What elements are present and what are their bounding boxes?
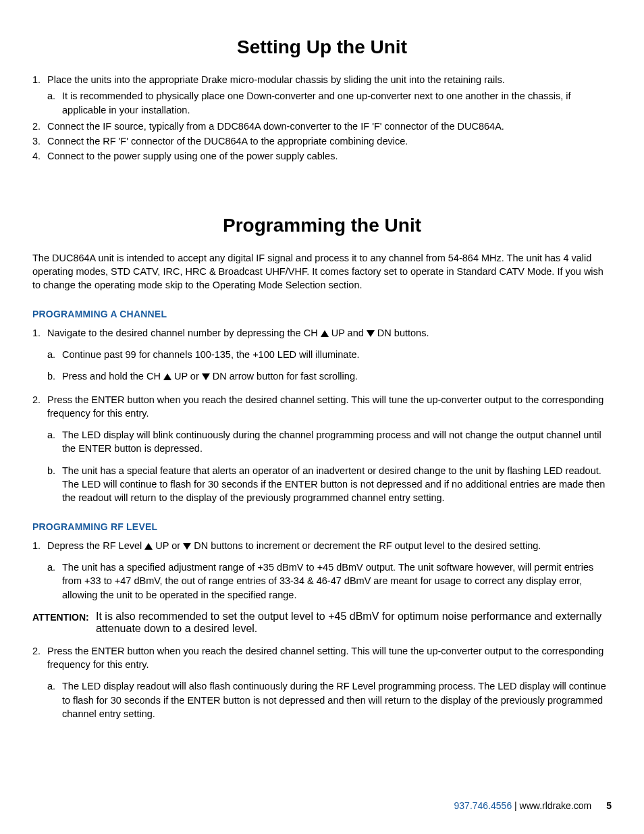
setup-item-1a: It is recommended to physically place on…: [47, 89, 612, 117]
rf-item-1-part-b: UP or: [153, 540, 183, 551]
rf-item-1-part-a: Depress the RF Level: [47, 540, 144, 551]
channel-item-2-sublist: The LED display will blink continuously …: [47, 428, 612, 504]
channel-list: Navigate to the desired channel number b…: [32, 326, 612, 505]
channel-item-1: Navigate to the desired channel number b…: [32, 326, 612, 384]
rf-item-1-sublist: The unit has a specified adjustment rang…: [47, 561, 612, 602]
subhead-programming-channel: PROGRAMMING A CHANNEL: [32, 309, 612, 319]
setup-item-4: Connect to the power supply using one of…: [32, 149, 612, 163]
channel-item-1a: Continue past 99 for channels 100-135, t…: [47, 348, 612, 361]
footer-sep: |: [512, 800, 519, 811]
rf-item-2-text: Press the ENTER button when you reach th…: [47, 646, 603, 670]
triangle-up-icon: [321, 330, 329, 337]
footer-phone: 937.746.4556: [454, 800, 512, 811]
footer-url: www.rldrake.com: [520, 800, 592, 811]
setup-item-3: Connect the RF 'F' connector of the DUC8…: [32, 134, 612, 148]
channel-item-1b-part-c: DN arrow button for fast scrolling.: [210, 371, 358, 382]
attention-label: ATTENTION:: [32, 612, 89, 623]
channel-item-1-sublist: Continue past 99 for channels 100-135, t…: [47, 348, 612, 384]
rf-item-2a: The LED display readout will also flash …: [47, 679, 612, 721]
setup-list: Place the units into the appropriate Dra…: [32, 73, 612, 163]
programming-intro: The DUC864A unit is intended to accept a…: [32, 251, 612, 292]
channel-item-1b: Press and hold the CH UP or DN arrow but…: [47, 369, 612, 383]
attention-block: ATTENTION: It is also recommended to set…: [32, 611, 612, 635]
heading-setting-up: Setting Up the Unit: [32, 36, 612, 58]
triangle-down-icon: [202, 373, 210, 380]
footer-page-number: 5: [606, 800, 612, 811]
rf-list-cont: Press the ENTER button when you reach th…: [32, 644, 612, 721]
triangle-up-icon: [163, 373, 171, 380]
channel-item-2-text: Press the ENTER button when you reach th…: [47, 394, 603, 419]
channel-item-1-part-a: Navigate to the desired channel number b…: [47, 328, 321, 338]
rf-item-1a: The unit has a specified adjustment rang…: [47, 561, 612, 602]
attention-body: It is also recommended to set the output…: [32, 610, 612, 635]
triangle-up-icon: [144, 543, 153, 550]
channel-item-1-part-c: DN buttons.: [375, 328, 429, 338]
rf-item-1-part-c: DN buttons to increment or decrement the…: [191, 540, 541, 551]
subhead-programming-rf: PROGRAMMING RF LEVEL: [32, 521, 612, 532]
document-page: Setting Up the Unit Place the units into…: [0, 0, 644, 834]
channel-item-2b: The unit has a special feature that aler…: [47, 464, 612, 505]
rf-item-2: Press the ENTER button when you reach th…: [32, 644, 612, 721]
setup-item-1: Place the units into the appropriate Dra…: [32, 73, 612, 117]
channel-item-2: Press the ENTER button when you reach th…: [32, 393, 612, 505]
heading-programming: Programming the Unit: [32, 215, 612, 236]
rf-item-1: Depress the RF Level UP or DN buttons to…: [32, 539, 612, 602]
setup-item-1-sublist: It is recommended to physically place on…: [47, 89, 612, 117]
rf-item-2-sublist: The LED display readout will also flash …: [47, 679, 612, 721]
page-footer: 937.746.4556 | www.rldrake.com5: [454, 800, 612, 811]
channel-item-1b-part-a: Press and hold the CH: [62, 371, 163, 382]
triangle-down-icon: [183, 543, 191, 550]
triangle-down-icon: [367, 330, 375, 337]
channel-item-2a: The LED display will blink continuously …: [47, 428, 612, 456]
setup-item-2: Connect the IF source, typically from a …: [32, 120, 612, 133]
channel-item-1b-part-b: UP or: [171, 371, 202, 382]
rf-list: Depress the RF Level UP or DN buttons to…: [32, 539, 612, 602]
channel-item-1-part-b: UP and: [329, 328, 367, 338]
setup-item-1-text: Place the units into the appropriate Dra…: [47, 74, 505, 85]
